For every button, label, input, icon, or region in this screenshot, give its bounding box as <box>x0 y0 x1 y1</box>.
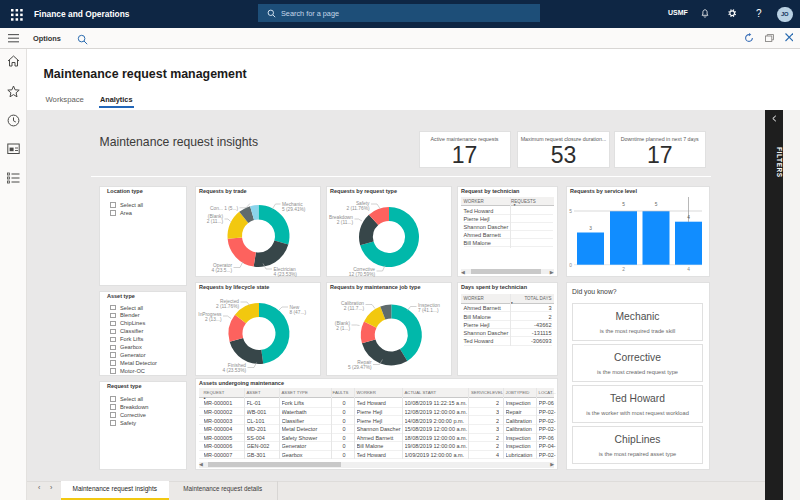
svg-text:Con... 1 (5...): Con... 1 (5...) <box>210 206 238 211</box>
svg-text:5 (29.47%): 5 (29.47%) <box>348 365 372 370</box>
svg-text:7 (41.1...): 7 (41.1...) <box>418 308 439 313</box>
svg-text:2 (1...): 2 (1...) <box>336 326 350 331</box>
svg-text:5: 5 <box>622 202 625 207</box>
svg-text:2 (11.76%): 2 (11.76%) <box>346 206 370 211</box>
svg-text:5: 5 <box>655 202 658 207</box>
svg-text:4 (23.5...): 4 (23.5...) <box>211 268 232 273</box>
svg-text:5: 5 <box>569 209 572 214</box>
svg-text:3: 3 <box>589 226 592 231</box>
svg-text:4 (23.53%): 4 (23.53%) <box>274 272 298 277</box>
svg-text:4: 4 <box>687 215 690 220</box>
svg-text:2 (11.7...): 2 (11.7...) <box>344 306 365 311</box>
svg-text:2 (11.76%): 2 (11.76%) <box>216 304 240 309</box>
svg-text:12 (70.59%): 12 (70.59%) <box>349 272 376 277</box>
svg-text:5 (29.41%): 5 (29.41%) <box>282 207 306 212</box>
svg-text:4 (23.53%): 4 (23.53%) <box>223 368 247 373</box>
svg-text:8 (47...): 8 (47...) <box>290 310 307 315</box>
svg-text:0: 0 <box>569 263 572 268</box>
svg-text:2 (11...): 2 (11...) <box>207 219 224 224</box>
svg-text:2: 2 <box>622 267 625 272</box>
svg-text:4: 4 <box>687 267 690 272</box>
svg-text:2 (13...): 2 (13...) <box>205 317 222 322</box>
svg-text:2 (11...): 2 (11...) <box>337 220 354 225</box>
